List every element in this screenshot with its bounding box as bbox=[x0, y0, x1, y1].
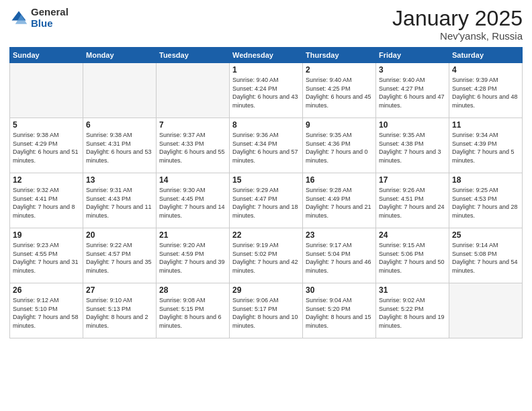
day-info: Sunrise: 9:34 AMSunset: 4:39 PMDaylight:… bbox=[452, 131, 519, 165]
day-number: 24 bbox=[379, 230, 446, 240]
table-row: 16Sunrise: 9:28 AMSunset: 4:49 PMDayligh… bbox=[303, 173, 376, 228]
day-info: Sunrise: 9:39 AMSunset: 4:28 PMDaylight:… bbox=[452, 76, 519, 109]
header-friday: Friday bbox=[376, 48, 449, 63]
day-info: Sunrise: 9:25 AMSunset: 4:53 PMDaylight:… bbox=[452, 186, 519, 220]
day-number: 25 bbox=[452, 230, 519, 240]
table-row: 29Sunrise: 9:06 AMSunset: 5:17 PMDayligh… bbox=[230, 283, 303, 338]
day-info: Sunrise: 9:30 AMSunset: 4:45 PMDaylight:… bbox=[159, 186, 226, 220]
table-row: 18Sunrise: 9:25 AMSunset: 4:53 PMDayligh… bbox=[449, 173, 523, 228]
calendar-table: Sunday Monday Tuesday Wednesday Thursday… bbox=[9, 47, 523, 338]
day-info: Sunrise: 9:28 AMSunset: 4:49 PMDaylight:… bbox=[306, 186, 373, 220]
table-row bbox=[449, 283, 523, 338]
table-row bbox=[83, 63, 157, 118]
table-row: 13Sunrise: 9:31 AMSunset: 4:43 PMDayligh… bbox=[83, 173, 157, 228]
day-info: Sunrise: 9:14 AMSunset: 5:08 PMDaylight:… bbox=[452, 241, 519, 275]
day-info: Sunrise: 9:38 AMSunset: 4:31 PMDaylight:… bbox=[86, 131, 153, 165]
day-number: 12 bbox=[13, 175, 80, 185]
table-row: 4Sunrise: 9:39 AMSunset: 4:28 PMDaylight… bbox=[449, 63, 523, 118]
day-number: 14 bbox=[159, 175, 226, 185]
table-row: 23Sunrise: 9:17 AMSunset: 5:04 PMDayligh… bbox=[303, 228, 376, 283]
table-row: 27Sunrise: 9:10 AMSunset: 5:13 PMDayligh… bbox=[83, 283, 157, 338]
day-info: Sunrise: 9:23 AMSunset: 4:55 PMDaylight:… bbox=[13, 241, 80, 275]
header-sunday: Sunday bbox=[10, 48, 83, 63]
table-row bbox=[157, 63, 230, 118]
calendar-week-row: 1Sunrise: 9:40 AMSunset: 4:24 PMDaylight… bbox=[10, 63, 523, 118]
logo-text: General Blue bbox=[31, 7, 69, 29]
header-saturday: Saturday bbox=[449, 48, 523, 63]
table-row: 8Sunrise: 9:36 AMSunset: 4:34 PMDaylight… bbox=[230, 118, 303, 173]
table-row: 2Sunrise: 9:40 AMSunset: 4:25 PMDaylight… bbox=[303, 63, 376, 118]
day-info: Sunrise: 9:35 AMSunset: 4:36 PMDaylight:… bbox=[306, 131, 373, 165]
day-number: 23 bbox=[306, 230, 373, 240]
table-row: 10Sunrise: 9:35 AMSunset: 4:38 PMDayligh… bbox=[376, 118, 449, 173]
day-number: 21 bbox=[159, 230, 226, 240]
table-row: 11Sunrise: 9:34 AMSunset: 4:39 PMDayligh… bbox=[449, 118, 523, 173]
day-number: 8 bbox=[232, 120, 300, 130]
table-row: 19Sunrise: 9:23 AMSunset: 4:55 PMDayligh… bbox=[10, 228, 83, 283]
table-row: 1Sunrise: 9:40 AMSunset: 4:24 PMDaylight… bbox=[230, 63, 303, 118]
day-info: Sunrise: 9:06 AMSunset: 5:17 PMDaylight:… bbox=[232, 296, 300, 330]
day-info: Sunrise: 9:04 AMSunset: 5:20 PMDaylight:… bbox=[306, 296, 373, 330]
logo-blue-text: Blue bbox=[31, 18, 69, 30]
day-info: Sunrise: 9:37 AMSunset: 4:33 PMDaylight:… bbox=[159, 131, 226, 165]
day-number: 13 bbox=[86, 175, 153, 185]
day-info: Sunrise: 9:19 AMSunset: 5:02 PMDaylight:… bbox=[232, 241, 300, 275]
table-row: 12Sunrise: 9:32 AMSunset: 4:41 PMDayligh… bbox=[10, 173, 83, 228]
table-row: 30Sunrise: 9:04 AMSunset: 5:20 PMDayligh… bbox=[303, 283, 376, 338]
table-row: 14Sunrise: 9:30 AMSunset: 4:45 PMDayligh… bbox=[157, 173, 230, 228]
table-row: 31Sunrise: 9:02 AMSunset: 5:22 PMDayligh… bbox=[376, 283, 449, 338]
day-number: 10 bbox=[379, 120, 446, 130]
calendar-week-row: 26Sunrise: 9:12 AMSunset: 5:10 PMDayligh… bbox=[10, 283, 523, 338]
day-number: 17 bbox=[379, 175, 446, 185]
table-row: 9Sunrise: 9:35 AMSunset: 4:36 PMDaylight… bbox=[303, 118, 376, 173]
day-number: 28 bbox=[159, 285, 226, 295]
day-number: 22 bbox=[232, 230, 300, 240]
day-number: 3 bbox=[379, 65, 446, 75]
day-number: 20 bbox=[86, 230, 153, 240]
table-row: 3Sunrise: 9:40 AMSunset: 4:27 PMDaylight… bbox=[376, 63, 449, 118]
day-number: 6 bbox=[86, 120, 153, 130]
day-number: 16 bbox=[306, 175, 373, 185]
day-info: Sunrise: 9:32 AMSunset: 4:41 PMDaylight:… bbox=[13, 186, 80, 220]
table-row: 17Sunrise: 9:26 AMSunset: 4:51 PMDayligh… bbox=[376, 173, 449, 228]
day-number: 19 bbox=[13, 230, 80, 240]
table-row bbox=[10, 63, 83, 118]
day-info: Sunrise: 9:31 AMSunset: 4:43 PMDaylight:… bbox=[86, 186, 153, 220]
table-row: 20Sunrise: 9:22 AMSunset: 4:57 PMDayligh… bbox=[83, 228, 157, 283]
day-number: 18 bbox=[452, 175, 519, 185]
day-number: 15 bbox=[232, 175, 300, 185]
day-number: 29 bbox=[232, 285, 300, 295]
calendar-week-row: 19Sunrise: 9:23 AMSunset: 4:55 PMDayligh… bbox=[10, 228, 523, 283]
day-number: 31 bbox=[379, 285, 446, 295]
calendar-title: January 2025 bbox=[392, 7, 523, 30]
day-info: Sunrise: 9:17 AMSunset: 5:04 PMDaylight:… bbox=[306, 241, 373, 275]
day-info: Sunrise: 9:26 AMSunset: 4:51 PMDaylight:… bbox=[379, 186, 446, 220]
day-info: Sunrise: 9:38 AMSunset: 4:29 PMDaylight:… bbox=[13, 131, 80, 165]
calendar-subtitle: Nev'yansk, Russia bbox=[392, 30, 523, 42]
table-row: 22Sunrise: 9:19 AMSunset: 5:02 PMDayligh… bbox=[230, 228, 303, 283]
day-info: Sunrise: 9:08 AMSunset: 5:15 PMDaylight:… bbox=[159, 296, 226, 330]
day-number: 30 bbox=[306, 285, 373, 295]
table-row: 24Sunrise: 9:15 AMSunset: 5:06 PMDayligh… bbox=[376, 228, 449, 283]
day-info: Sunrise: 9:40 AMSunset: 4:25 PMDaylight:… bbox=[306, 76, 373, 109]
header-monday: Monday bbox=[83, 48, 157, 63]
table-row: 25Sunrise: 9:14 AMSunset: 5:08 PMDayligh… bbox=[449, 228, 523, 283]
day-number: 1 bbox=[232, 65, 300, 75]
table-row: 21Sunrise: 9:20 AMSunset: 4:59 PMDayligh… bbox=[157, 228, 230, 283]
day-info: Sunrise: 9:35 AMSunset: 4:38 PMDaylight:… bbox=[379, 131, 446, 165]
day-info: Sunrise: 9:15 AMSunset: 5:06 PMDaylight:… bbox=[379, 241, 446, 275]
page: General Blue January 2025 Nev'yansk, Rus… bbox=[0, 0, 532, 411]
day-info: Sunrise: 9:22 AMSunset: 4:57 PMDaylight:… bbox=[86, 241, 153, 275]
calendar-week-row: 12Sunrise: 9:32 AMSunset: 4:41 PMDayligh… bbox=[10, 173, 523, 228]
table-row: 5Sunrise: 9:38 AMSunset: 4:29 PMDaylight… bbox=[10, 118, 83, 173]
day-number: 7 bbox=[159, 120, 226, 130]
table-row: 15Sunrise: 9:29 AMSunset: 4:47 PMDayligh… bbox=[230, 173, 303, 228]
header-wednesday: Wednesday bbox=[230, 48, 303, 63]
table-row: 28Sunrise: 9:08 AMSunset: 5:15 PMDayligh… bbox=[157, 283, 230, 338]
header: General Blue January 2025 Nev'yansk, Rus… bbox=[9, 7, 523, 42]
day-number: 2 bbox=[306, 65, 373, 75]
day-number: 4 bbox=[452, 65, 519, 75]
title-block: January 2025 Nev'yansk, Russia bbox=[392, 7, 523, 42]
logo-general-text: General bbox=[31, 7, 69, 18]
day-info: Sunrise: 9:40 AMSunset: 4:27 PMDaylight:… bbox=[379, 76, 446, 109]
